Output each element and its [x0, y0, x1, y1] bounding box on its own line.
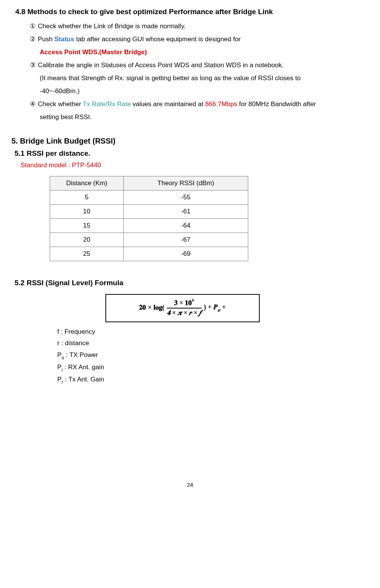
item-4b: values are maintained at [131, 100, 205, 108]
formula-fraction: 𝟑 × 𝟏𝟎8 𝟒 × 𝝅 × 𝒓 × 𝒇 [167, 299, 202, 317]
table-row: 10 -61 [50, 205, 248, 219]
item-1: ①Check whether the Link of Bridge is mad… [30, 20, 369, 33]
txrx-label: Tx Rate/Rx Rate [83, 100, 131, 108]
item-3a: Calibrate the angle in Statuses of Acces… [38, 61, 284, 69]
formula-box: 𝟐𝟎 × 𝐥𝐨𝐠( 𝟑 × 𝟏𝟎8 𝟒 × 𝝅 × 𝒓 × 𝒇 ) + 𝑷𝒐 + [105, 294, 260, 322]
item-3c: -40~-60dBm.) [40, 85, 369, 98]
heading-4-8: 4.8 Methods to check to give best optimi… [15, 8, 369, 16]
tail-a: ) + 𝑷 [204, 303, 218, 311]
cell-rssi: -67 [124, 233, 248, 247]
item-2-red: Access Point WDS.(Master Bridge) [40, 46, 369, 59]
po-desc: : TX Power [64, 351, 98, 359]
heading-5-2: 5.2 RSSI (Signal Level) Formula [15, 279, 369, 287]
item-2: ②Push Status tab after accessing GUI who… [30, 33, 369, 46]
table-row: 20 -67 [50, 233, 248, 247]
pr-desc: : Tx Ant. Gain [63, 376, 104, 383]
item-4a: Check whether [38, 100, 83, 108]
num-sup: 8 [192, 298, 194, 302]
mbps-label: 866.7Mbps [205, 100, 237, 108]
def-r: r : distance [57, 338, 369, 349]
formula-denominator: 𝟒 × 𝝅 × 𝒓 × 𝒇 [167, 309, 202, 317]
rssi-table: Distance (Km) Theory RSSI (dBm) 5 -55 10… [50, 176, 248, 261]
pi-sym: P [57, 363, 61, 371]
pr-sub: r [61, 380, 63, 385]
item-2b: tab after accessing GUI whose equipment … [74, 36, 241, 43]
table-row: 15 -64 [50, 219, 248, 233]
po-sym: P [57, 351, 61, 359]
table-row: 5 -55 [50, 191, 248, 205]
item-4c: for 80MHz Bandwidth after [237, 100, 316, 108]
def-pi: Pi : RX Ant. gain [57, 362, 369, 374]
col-rssi: Theory RSSI (dBm) [124, 176, 248, 191]
formula-defs: f : Frequency r : distance Po : TX Power… [57, 326, 369, 386]
list-4-8: ①Check whether the Link of Bridge is mad… [30, 20, 369, 124]
pi-desc: : RX Ant. gain [63, 363, 104, 371]
po-sub: o [61, 355, 64, 360]
item-2a: Push [38, 36, 54, 43]
num-a: 𝟑 × 𝟏𝟎 [174, 299, 192, 307]
standard-model: Standard model : PTP-5440 [21, 162, 369, 169]
item-4d: setting best RSSI. [40, 111, 369, 124]
def-f: f : Frequency [57, 326, 369, 338]
table-row: 25 -69 [50, 247, 248, 261]
def-pr: Pr : Tx Ant. Gain [57, 374, 369, 386]
def-po: Po : TX Power [57, 349, 369, 362]
item-3b: (It means that Strength of Rx. signal is… [40, 72, 369, 85]
marker-3: ③ [30, 61, 36, 69]
heading-5: 5. Bridge Link Budget (RSSI) [11, 137, 369, 145]
col-distance: Distance (Km) [50, 176, 124, 191]
heading-5-1: 5.1 RSSI per distance. [15, 149, 369, 158]
marker-4: ④ [30, 100, 36, 108]
cell-rssi: -69 [124, 247, 248, 261]
cell-distance: 20 [50, 233, 124, 247]
formula-tail: ) + 𝑷𝒐 + [204, 303, 226, 313]
cell-distance: 10 [50, 205, 124, 219]
item-3: ③Calibrate the angle in Statuses of Acce… [30, 59, 369, 72]
cell-rssi: -64 [124, 219, 248, 233]
status-label: Status [54, 36, 74, 43]
marker-1: ① [30, 23, 36, 30]
pr-sym: P [57, 376, 61, 383]
tail-sub: 𝒐 [218, 307, 220, 313]
formula-numerator: 𝟑 × 𝟏𝟎8 [167, 299, 202, 309]
page-number: 24 [11, 481, 369, 488]
formula-lead: 𝟐𝟎 × 𝐥𝐨𝐠( [139, 304, 164, 312]
item-1-text: Check whether the Link of Bridge is made… [38, 23, 186, 30]
table-header-row: Distance (Km) Theory RSSI (dBm) [50, 176, 248, 191]
cell-distance: 15 [50, 219, 124, 233]
cell-rssi: -55 [124, 191, 248, 205]
marker-2: ② [30, 36, 36, 43]
tail-end: + [220, 303, 226, 311]
cell-distance: 25 [50, 247, 124, 261]
item-4: ④Check whether Tx Rate/Rx Rate values ar… [30, 98, 369, 111]
pi-sub: i [61, 367, 63, 373]
cell-distance: 5 [50, 191, 124, 205]
cell-rssi: -61 [124, 205, 248, 219]
